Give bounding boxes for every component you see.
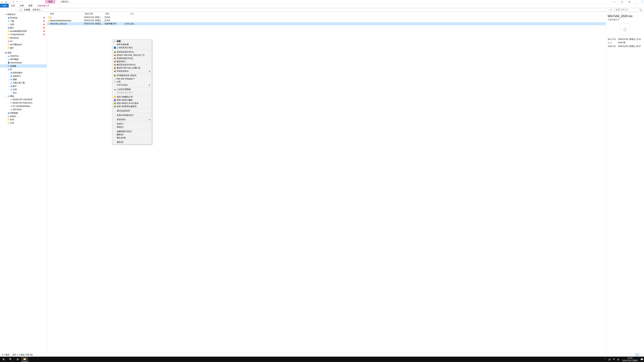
taskview-button[interactable]: ⧉ <box>14 357 21 362</box>
tree-item[interactable]: ›📁文件 <box>0 121 47 125</box>
view-large-button[interactable] <box>639 354 642 356</box>
context-menu-item[interactable]: 📝Edit with Notepad++ <box>112 77 152 80</box>
context-menu-item[interactable]: 🟦上传到有道云笔记 <box>112 46 152 49</box>
tray-overflow-icon[interactable]: ⌃ <box>603 358 608 361</box>
explorer-taskbar-button[interactable]: 📁 <box>21 357 28 362</box>
file-row-selected[interactable]: 💿 Win7x64_2020.iso 2020/12/25, 星期五 1... … <box>47 22 606 25</box>
file-row[interactable]: 📁 BaiduNetdiskDownload 2020/12/25, 星期五 1… <box>47 19 606 22</box>
context-menu-item[interactable]: 通过QQ发送到 <box>112 109 152 112</box>
clock[interactable]: 16:32 2020/12/25, 星期五 <box>620 357 640 362</box>
tree-item[interactable]: ›▤文档 <box>0 88 47 91</box>
col-name[interactable]: 名称 <box>47 12 84 15</box>
tab-disc-tools[interactable]: 光盘映像工具 <box>35 4 52 7</box>
context-menu-item[interactable]: ☁上传到百度网盘 <box>112 88 152 91</box>
context-menu-item[interactable]: 📦解压到 Win7x64_2020\ (E) <box>112 66 152 69</box>
context-menu-item[interactable]: 属性(R) <box>112 141 152 144</box>
address-bar[interactable]: 🖥 › 此电脑 › 文档 (E:) › ⌄ ⟳ <box>18 8 614 12</box>
nav-back-button[interactable]: ← <box>1 8 5 11</box>
tree-control-panel[interactable]: ›▦控制面板 <box>0 111 47 115</box>
col-size[interactable]: 大小 <box>122 12 135 15</box>
context-menu-item[interactable]: 📦其他压缩命令▶ <box>112 69 152 73</box>
view-details-button[interactable] <box>635 354 639 356</box>
tree-item[interactable]: ▣Desktop📌 <box>0 16 47 19</box>
tree-quick-access[interactable]: ⌄★快速访问 <box>0 13 47 16</box>
tab-home[interactable]: 主页 <box>9 4 18 7</box>
context-tab[interactable]: 管理 <box>45 0 55 3</box>
tree-network[interactable]: ⌄🖧网络 <box>0 94 47 98</box>
tree-item[interactable]: ›☁WPS网盘 <box>0 58 47 61</box>
context-menu-item[interactable]: 打开方式(H)▶ <box>112 83 152 87</box>
search-input[interactable]: 搜索"文档 (E:)" 🔍 <box>614 8 643 12</box>
refresh-button[interactable]: ⟳ <box>610 9 612 11</box>
tab-view[interactable]: 查看 <box>26 4 35 7</box>
notifications-icon[interactable]: 💬 <box>640 358 644 361</box>
qat-more-icon[interactable]: ▾ <box>20 0 22 3</box>
tree-item[interactable]: ›📁软件 <box>0 118 47 121</box>
tree-item[interactable]: ›🖥ZMT2019 <box>0 108 47 111</box>
context-menu-item[interactable]: 刻录光盘映像 <box>112 43 152 46</box>
tab-share[interactable]: 共享 <box>18 4 26 7</box>
context-menu[interactable]: 💿装载刻录光盘映像🟦上传到有道云笔记📦添加到压缩文件(A)...📦添加到 "Wi… <box>112 39 152 144</box>
tree-item[interactable]: 📁win7重装win7 <box>0 43 47 46</box>
context-menu-item[interactable]: 发送到(N)▶ <box>112 118 152 121</box>
start-button[interactable]: ⊞ <box>0 357 7 362</box>
minimize-button[interactable]: — <box>610 0 618 4</box>
tree-item[interactable]: 📁excel表格制作求和📌 <box>0 29 47 33</box>
ribbon-expand-button[interactable]: ⌄ <box>633 0 641 4</box>
search-button[interactable]: 🔍 <box>7 357 14 362</box>
context-menu-item[interactable]: 📦用360压缩打开(Q) <box>112 57 152 60</box>
tree-item[interactable]: ›♪音乐 <box>0 91 47 94</box>
tree-item[interactable]: ⬇下载📌 <box>0 19 47 23</box>
tree-recycle-bin[interactable]: 🗑回收站 <box>0 115 47 118</box>
tree-item[interactable]: ›▦保存的图片 <box>0 71 47 74</box>
tree-item[interactable]: ›🖥PC-20190530OBLA <box>0 105 47 108</box>
tree-libraries[interactable]: ⌄▥库 <box>0 68 47 71</box>
folder-tree[interactable]: ⌄★快速访问 ▣Desktop📌 ⬇下载📌 ▤文档📌 ▦图片📌 📁excel表格… <box>0 12 47 353</box>
tree-item[interactable]: ›🖥DESKTOP-NJEU3CG <box>0 101 47 105</box>
file-row[interactable]: 📁 1 2020/12/15, 星期二 1... 文件夹 <box>47 16 606 19</box>
tree-item[interactable]: 📁图片 <box>0 46 47 50</box>
context-menu-item[interactable]: 复制(C) <box>112 125 152 129</box>
volume-icon[interactable]: 🔊 <box>608 358 612 361</box>
context-menu-item[interactable]: 重命名(M) <box>112 136 152 139</box>
breadcrumb-item[interactable]: 文档 (E:) <box>32 8 40 11</box>
tree-item[interactable]: ▥G:\ <box>0 39 47 43</box>
tree-item[interactable]: ›☁OneDrive <box>0 54 47 58</box>
network-icon[interactable]: 🖧 <box>616 358 620 361</box>
tree-desktop[interactable]: ⌄▣桌面 <box>0 51 47 54</box>
context-menu-item[interactable]: 🟢使用 360进行木马云查杀 <box>112 102 152 105</box>
context-menu-item[interactable]: 删除(D) <box>112 133 152 136</box>
tree-item[interactable]: ›▦本机照片 <box>0 74 47 78</box>
context-menu-item[interactable]: 剪切(T) <box>112 122 152 125</box>
nav-recent-button[interactable]: ⌄ <box>10 9 14 11</box>
context-menu-item[interactable]: 🟢用 蜂蜜浏览器 浏览(3) <box>112 74 152 77</box>
tree-item[interactable]: ›🖥DESKTOP-LSSOEDP <box>0 98 47 101</box>
context-menu-item[interactable]: 📦解压到当前文件夹(X) <box>112 63 152 66</box>
tree-item[interactable]: ›☁天翼云盘下载 <box>0 81 47 84</box>
tab-file[interactable]: 文件 <box>0 4 9 7</box>
context-menu-item[interactable]: 📦解压到(F)... <box>112 60 152 63</box>
tree-item[interactable]: ▤文档📌 <box>0 23 47 26</box>
close-button[interactable]: ✕ <box>626 0 633 4</box>
tree-item[interactable]: ›▶视频 <box>0 78 47 81</box>
ime-icon[interactable]: 中 <box>612 358 616 361</box>
context-menu-item[interactable]: 📦添加到 "Win7x64_2020.zip" (T) <box>112 54 152 57</box>
qat-delete-icon[interactable]: ✕ <box>12 0 15 3</box>
qat-check-icon[interactable]: ✓ <box>8 0 11 3</box>
tree-item[interactable]: 📁YUNQISHI2019📌 <box>0 33 47 36</box>
qat-undo-icon[interactable]: ↶ <box>16 0 18 3</box>
context-menu-item[interactable]: 还原以前的版本(V) <box>112 114 152 117</box>
context-menu-item[interactable]: 🟢使用 360管理右键菜单 <box>112 105 152 108</box>
context-menu-item[interactable]: 💿装载 <box>112 40 152 43</box>
breadcrumb-item[interactable]: 此电脑 <box>24 8 30 11</box>
help-button[interactable]: ? <box>641 0 644 4</box>
context-menu-item[interactable]: 📦添加到压缩文件(A)... <box>112 50 152 54</box>
nav-up-button[interactable]: ↑ <box>14 8 18 11</box>
tree-item[interactable]: ›▦图片 <box>0 84 47 88</box>
address-dropdown-icon[interactable]: ⌄ <box>608 9 609 11</box>
context-menu-item[interactable]: 🟡使用 360解除占用 <box>112 95 152 98</box>
context-menu-item[interactable]: ↗共享 <box>112 80 152 83</box>
tree-this-pc[interactable]: ›🖥此电脑 <box>0 64 47 68</box>
file-rows[interactable]: 📁 1 2020/12/15, 星期二 1... 文件夹 📁 BaiduNetd… <box>47 16 606 353</box>
nav-forward-button[interactable]: → <box>5 8 9 11</box>
